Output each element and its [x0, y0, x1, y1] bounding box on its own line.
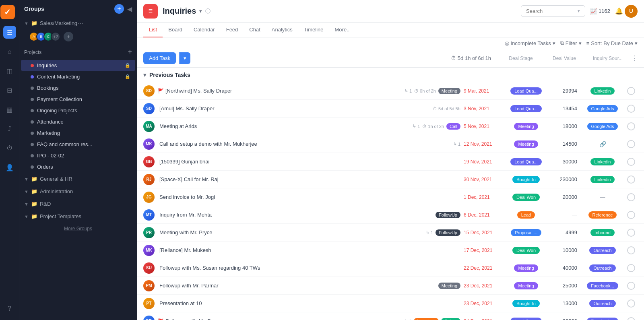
complete-button[interactable]	[627, 246, 635, 254]
tab-list[interactable]: List	[143, 23, 163, 37]
add-group-button[interactable]: +	[114, 4, 124, 14]
table-row[interactable]: SD [Amul] Ms. Sally Draper ⏱5d of 5d 5h …	[137, 100, 644, 118]
more-columns-button[interactable]: ⋮	[631, 54, 638, 62]
incomplete-tasks-filter[interactable]: ◎ Incomplete Tasks ▾	[505, 40, 555, 46]
tab-board[interactable]: Board	[163, 23, 188, 37]
check-col[interactable]	[625, 193, 638, 201]
more-options-icon[interactable]: ⋯	[77, 19, 84, 27]
complete-button[interactable]	[627, 158, 635, 166]
check-col[interactable]	[625, 317, 638, 320]
check-col[interactable]	[625, 282, 638, 290]
group-menu-icon[interactable]: ◀	[127, 5, 132, 13]
tab-analytics[interactable]: Analytics	[266, 23, 298, 37]
table-row[interactable]: SD 🚩 [Northwind] Ms. Sally Draper ↳1⏱0h …	[137, 82, 644, 100]
group-general-hr[interactable]: ▼ 📁 General & HR	[19, 173, 137, 185]
table-row[interactable]: PT Presentation at 10 23 Dec, 2021 Bough…	[137, 295, 644, 312]
group-rd[interactable]: ▼ 📁 R&D	[19, 198, 137, 210]
complete-button[interactable]	[627, 140, 635, 148]
sidebar-item-ongoing-projects[interactable]: Ongoing Projects	[21, 105, 135, 116]
complete-button[interactable]	[627, 317, 635, 320]
group-project-templates[interactable]: ▼ 📁 Project Templates	[19, 210, 137, 223]
menu-icon-button[interactable]: ≡	[143, 4, 158, 19]
user-avatar[interactable]: U	[625, 5, 638, 18]
table-row[interactable]: PM Followup with Mr. Parmar Meeting 23 D…	[137, 277, 644, 295]
table-row[interactable]: SU Followup with Ms. Susan regarding 40 …	[137, 259, 644, 277]
table-row[interactable]: MA Meeting at Arids ↳1⏱1h of 2hCall 5 No…	[137, 118, 644, 135]
tab-timeline[interactable]: Timeline	[298, 23, 329, 37]
search-box[interactable]: ▾	[521, 5, 585, 17]
nav-icon-calendar[interactable]: ▦	[3, 103, 16, 116]
check-col[interactable]	[625, 229, 638, 237]
nav-icon-projects[interactable]: ◫	[3, 64, 16, 77]
sidebar-item-attendance[interactable]: Attendance	[21, 116, 135, 127]
table-row[interactable]: MT Inquiry from Mr. Mehta FollowUp 6 Dec…	[137, 206, 644, 224]
task-name: Followup with Mr. Parmar	[159, 283, 438, 289]
check-col[interactable]	[625, 122, 638, 130]
group-administration[interactable]: ▼ 📁 Administration	[19, 185, 137, 198]
nav-icon-chart[interactable]: ⤴	[3, 122, 16, 135]
nav-icon-tasks[interactable]: ☰	[3, 26, 16, 39]
invite-button[interactable]: +	[64, 32, 73, 41]
sidebar-item-inquiries[interactable]: Inquiries 🔒	[21, 60, 135, 71]
sidebar-item-orders[interactable]: Orders	[21, 161, 135, 172]
source-badge: Inbound	[590, 229, 615, 236]
sidebar-item-ipo---02-02[interactable]: IPO - 02-02	[21, 150, 135, 161]
bell-icon[interactable]: 🔔	[615, 7, 623, 15]
check-col[interactable]	[625, 211, 638, 219]
search-dropdown-icon[interactable]: ▾	[578, 8, 580, 14]
table-row[interactable]: MK [Reliance] Mr. Mukesh 17 Dec, 2021 De…	[137, 242, 644, 259]
info-icon[interactable]: ⓘ	[205, 8, 211, 15]
nav-icon-team[interactable]: 👤	[3, 161, 16, 174]
check-col[interactable]	[625, 175, 638, 184]
complete-button[interactable]	[627, 299, 635, 308]
nav-icon-clock[interactable]: ⏱	[3, 142, 16, 155]
table-row[interactable]: RJ [Space-X] Call for Mr. Raj 30 Nov, 20…	[137, 171, 644, 188]
complete-button[interactable]	[627, 122, 635, 130]
complete-button[interactable]	[627, 282, 635, 290]
tab-calendar[interactable]: Calendar	[188, 23, 221, 37]
check-col[interactable]	[625, 264, 638, 272]
complete-button[interactable]	[627, 87, 635, 95]
table-row[interactable]: GB [150339] Gunjan bhai 19 Nov, 2021 Lea…	[137, 153, 644, 171]
app-logo[interactable]: ✓	[0, 5, 15, 19]
source-badge: Google Ads	[587, 123, 618, 130]
tab-feed[interactable]: Feed	[221, 23, 244, 37]
complete-button[interactable]	[627, 264, 635, 272]
group-sales-marketing[interactable]: ▼ 📁 Sales/Marketing ⋯	[19, 16, 137, 30]
tab-chat[interactable]: Chat	[244, 23, 266, 37]
section-header[interactable]: ▾ Previous Tasks	[137, 68, 644, 82]
sidebar-item-faq-and-common-res...[interactable]: FAQ and common res...	[21, 139, 135, 150]
check-col[interactable]	[625, 246, 638, 254]
sidebar-item-payment-collection[interactable]: Payment Collection	[21, 94, 135, 105]
nav-icon-filter[interactable]: ⊟	[3, 84, 16, 97]
filter-button[interactable]: ⧉ Filter ▾	[560, 40, 582, 46]
check-col[interactable]	[625, 299, 638, 308]
add-project-button[interactable]: +	[128, 48, 132, 56]
sidebar-item-marketing[interactable]: Marketing	[21, 128, 135, 138]
title-dropdown-icon[interactable]: ▾	[199, 8, 202, 14]
tab-more[interactable]: More..	[329, 23, 355, 37]
sidebar-item-bookings[interactable]: Bookings	[21, 83, 135, 93]
complete-button[interactable]	[627, 175, 635, 184]
add-task-button[interactable]: Add Task	[143, 52, 176, 64]
table-row[interactable]: DR 🚩 Followup with Mr. Draper ↳1importan…	[137, 312, 644, 320]
complete-button[interactable]	[627, 229, 635, 237]
sidebar-item-content-marketing[interactable]: Content Marketing 🔒	[21, 71, 135, 82]
link-icon[interactable]: 🔗	[599, 141, 606, 147]
add-task-dropdown-button[interactable]: ▾	[179, 52, 190, 64]
check-col[interactable]	[625, 140, 638, 148]
complete-button[interactable]	[627, 211, 635, 219]
complete-button[interactable]	[627, 193, 635, 201]
check-col[interactable]	[625, 158, 638, 166]
nav-icon-home[interactable]: ⌂	[3, 45, 16, 58]
search-input[interactable]	[526, 8, 576, 14]
nav-icon-help[interactable]: ?	[3, 302, 16, 315]
more-groups-link[interactable]: More Groups	[19, 223, 137, 235]
complete-button[interactable]	[627, 105, 635, 113]
check-col[interactable]	[625, 87, 638, 95]
table-row[interactable]: MK Call and setup a demo with Mr. Mukher…	[137, 135, 644, 153]
table-row[interactable]: PR Meeting with Mr. Pryce ↳1FollowUp 15 …	[137, 224, 644, 242]
table-row[interactable]: JG Send invoice to Mr. Jogi 1 Dec, 2021 …	[137, 188, 644, 206]
sort-button[interactable]: ≡ Sort: By Due Date ▾	[586, 40, 638, 46]
check-col[interactable]	[625, 105, 638, 113]
